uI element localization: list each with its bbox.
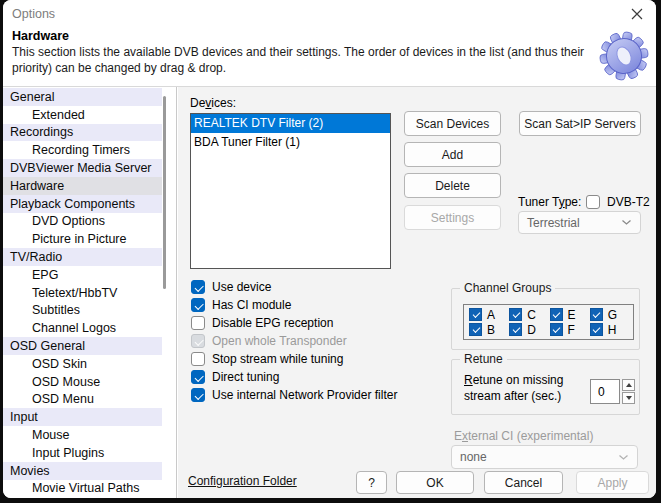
channel-group-a[interactable]: A bbox=[469, 308, 509, 322]
sidebar-item-movie-virtual-paths[interactable]: Movie Virtual Paths bbox=[3, 480, 162, 498]
retune-seconds-input[interactable]: 0 bbox=[590, 379, 620, 404]
checkbox-box bbox=[590, 308, 603, 321]
sidebar-item-label: Mouse bbox=[32, 428, 70, 442]
sidebar-item-label: Teletext/HbbTV bbox=[32, 286, 117, 300]
sidebar-item-label: Extended bbox=[32, 108, 85, 122]
checkbox-label: Open whole Transponder bbox=[212, 334, 347, 348]
sidebar-item-label: DVD Options bbox=[32, 214, 105, 228]
sidebar-item-label: OSD Mouse bbox=[32, 375, 100, 389]
sidebar-item-subtitles[interactable]: Subtitles bbox=[3, 302, 162, 320]
checkbox-box bbox=[509, 308, 522, 321]
chevron-down-icon bbox=[618, 454, 629, 461]
sidebar-item-hardware[interactable]: Hardware bbox=[3, 177, 162, 195]
checkbox-box bbox=[586, 195, 600, 209]
page-description: This section lists the available DVB dev… bbox=[12, 44, 590, 76]
channel-group-label: D bbox=[527, 323, 536, 337]
title-bar: Options bbox=[3, 0, 656, 28]
sidebar-item-label: Input Plugins bbox=[32, 446, 104, 460]
checkbox-disable-epg-reception[interactable]: Disable EPG reception bbox=[191, 314, 333, 332]
device-list-item[interactable]: REALTEK DTV Filter (2) bbox=[191, 114, 390, 133]
sidebar-item-general[interactable]: General bbox=[3, 88, 162, 106]
page-header: Hardware This section lists the availabl… bbox=[3, 28, 656, 86]
sidebar-item-label: Subtitles bbox=[32, 303, 80, 317]
sidebar-item-tv-radio[interactable]: TV/Radio bbox=[3, 248, 162, 266]
channel-group-label: F bbox=[568, 323, 575, 337]
spinner-up-button[interactable] bbox=[622, 379, 635, 391]
retune-spinner bbox=[622, 379, 635, 404]
channel-group-g[interactable]: G bbox=[590, 308, 630, 322]
checkbox-box bbox=[191, 298, 205, 312]
sidebar-item-extended[interactable]: Extended bbox=[3, 106, 162, 124]
sidebar-item-label: Picture in Picture bbox=[32, 232, 126, 246]
checkbox-use-internal-network-provider-filter[interactable]: Use internal Network Provider filter bbox=[191, 386, 397, 404]
sidebar-item-osd-general[interactable]: OSD General bbox=[3, 337, 162, 355]
channel-group-e[interactable]: E bbox=[550, 308, 590, 322]
sidebar-item-osd-skin[interactable]: OSD Skin bbox=[3, 355, 162, 373]
arrow-down-icon bbox=[626, 396, 632, 400]
sidebar-item-playback-components[interactable]: Playback Components bbox=[3, 195, 162, 213]
sidebar-item-osd-menu[interactable]: OSD Menu bbox=[3, 391, 162, 409]
apply-button: Apply bbox=[576, 471, 649, 494]
scan-devices-button[interactable]: Scan Devices bbox=[404, 111, 501, 136]
sidebar-item-dvbviewer-media-server[interactable]: DVBViewer Media Server bbox=[3, 159, 162, 177]
sidebar-item-label: DVBViewer Media Server bbox=[10, 161, 152, 175]
channel-group-f[interactable]: F bbox=[550, 323, 590, 337]
checkbox-direct-tuning[interactable]: Direct tuning bbox=[191, 368, 279, 386]
configuration-folder-link[interactable]: Configuration Folder bbox=[188, 474, 297, 488]
channel-group-b[interactable]: B bbox=[469, 323, 509, 337]
help-button[interactable]: ? bbox=[356, 471, 387, 494]
sidebar-item-label: OSD Skin bbox=[32, 357, 87, 371]
sidebar-item-input[interactable]: Input bbox=[3, 408, 162, 426]
sidebar-item-label: OSD Menu bbox=[32, 392, 94, 406]
sidebar-item-teletext-hbbtv[interactable]: Teletext/HbbTV bbox=[3, 284, 162, 302]
cancel-button[interactable]: Cancel bbox=[484, 471, 563, 494]
tuner-type-dropdown[interactable]: Terrestrial bbox=[518, 211, 641, 234]
sidebar-item-picture-in-picture[interactable]: Picture in Picture bbox=[3, 230, 162, 248]
checkbox-has-ci-module[interactable]: Has CI module bbox=[191, 296, 291, 314]
checkbox-dvb-t2[interactable]: DVB-T2 bbox=[586, 193, 650, 211]
gear-icon bbox=[597, 28, 651, 84]
device-list-item[interactable]: BDA Tuner Filter (1) bbox=[191, 133, 390, 152]
delete-button[interactable]: Delete bbox=[404, 173, 501, 198]
sidebar-item-mouse[interactable]: Mouse bbox=[3, 426, 162, 444]
sidebar-item-dvd-options[interactable]: DVD Options bbox=[3, 213, 162, 231]
close-button[interactable] bbox=[626, 3, 648, 25]
close-icon bbox=[631, 8, 643, 20]
sidebar-item-label: Hardware bbox=[10, 179, 64, 193]
ok-button[interactable]: OK bbox=[396, 471, 474, 494]
external-ci-dropdown-value: none bbox=[460, 450, 487, 464]
sidebar-item-input-plugins[interactable]: Input Plugins bbox=[3, 444, 162, 462]
checkbox-stop-stream-while-tuning[interactable]: Stop stream while tuning bbox=[191, 350, 343, 368]
sidebar-item-recording-timers[interactable]: Recording Timers bbox=[3, 141, 162, 159]
sidebar-item-osd-mouse[interactable]: OSD Mouse bbox=[3, 373, 162, 391]
scan-satip-servers-button[interactable]: Scan Sat>IP Servers bbox=[519, 111, 641, 136]
dialog-body: GeneralExtendedRecordingsRecording Timer… bbox=[3, 87, 656, 498]
channel-group-label: B bbox=[487, 323, 495, 337]
checkbox-label: Direct tuning bbox=[212, 370, 279, 384]
checkbox-label: Use internal Network Provider filter bbox=[212, 388, 397, 402]
retune-label-mnemonic: R bbox=[464, 373, 473, 387]
arrow-up-icon bbox=[626, 383, 632, 387]
checkbox-box bbox=[550, 323, 563, 336]
devices-label-post: ices: bbox=[211, 96, 236, 110]
sidebar-item-channel-logos[interactable]: Channel Logos bbox=[3, 319, 162, 337]
channel-group-h[interactable]: H bbox=[590, 323, 630, 337]
checkbox-label: DVB-T2 bbox=[607, 195, 650, 209]
checkbox-box bbox=[469, 323, 482, 336]
devices-listbox[interactable]: REALTEK DTV Filter (2)BDA Tuner Filter (… bbox=[190, 113, 391, 269]
external-ci-label-post: ternal CI (experimental) bbox=[468, 429, 593, 443]
sidebar-scrollbar[interactable] bbox=[163, 96, 166, 289]
channel-group-c[interactable]: C bbox=[509, 308, 549, 322]
channel-group-d[interactable]: D bbox=[509, 323, 549, 337]
sidebar-item-label: Movie Virtual Paths bbox=[32, 481, 139, 495]
add-button[interactable]: Add bbox=[404, 142, 501, 167]
checkbox-use-device[interactable]: Use device bbox=[191, 278, 271, 296]
external-ci-dropdown: none bbox=[451, 445, 638, 469]
channel-groups-title: Channel Groups bbox=[460, 281, 555, 295]
checkbox-box bbox=[191, 316, 205, 330]
sidebar-item-movies[interactable]: Movies bbox=[3, 462, 162, 480]
sidebar-item-recordings[interactable]: Recordings bbox=[3, 124, 162, 142]
spinner-down-button[interactable] bbox=[622, 392, 635, 404]
sidebar-item-epg[interactable]: EPG bbox=[3, 266, 162, 284]
checkbox-label: Disable EPG reception bbox=[212, 316, 333, 330]
